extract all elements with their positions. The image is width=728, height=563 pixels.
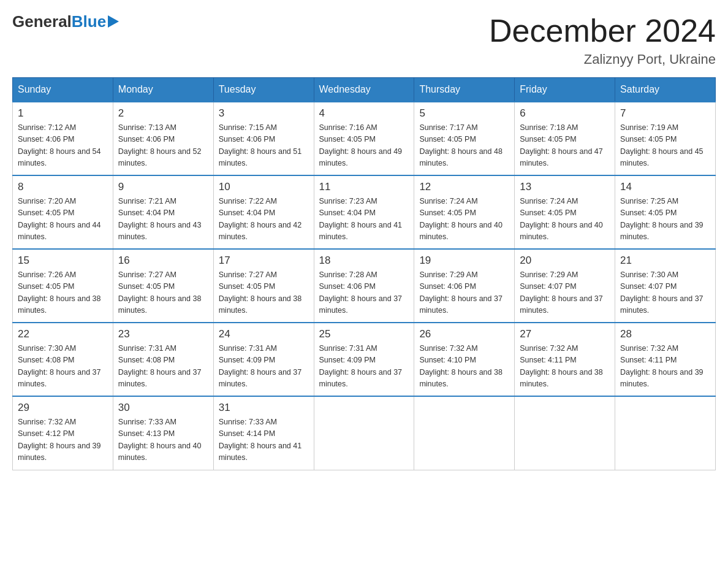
day-number: 23 bbox=[118, 328, 208, 340]
day-info: Sunrise: 7:15 AMSunset: 4:06 PMDaylight:… bbox=[219, 122, 309, 170]
day-number: 4 bbox=[319, 107, 409, 120]
day-info: Sunrise: 7:30 AMSunset: 4:07 PMDaylight:… bbox=[620, 269, 710, 317]
header-wednesday: Wednesday bbox=[314, 78, 414, 102]
day-info: Sunrise: 7:32 AMSunset: 4:12 PMDaylight:… bbox=[18, 416, 108, 464]
day-info: Sunrise: 7:12 AMSunset: 4:06 PMDaylight:… bbox=[18, 122, 108, 170]
day-number: 7 bbox=[620, 107, 710, 120]
logo-blue-text: Blue bbox=[72, 12, 106, 31]
table-row: 29Sunrise: 7:32 AMSunset: 4:12 PMDayligh… bbox=[13, 396, 113, 470]
table-row: 24Sunrise: 7:31 AMSunset: 4:09 PMDayligh… bbox=[213, 323, 314, 396]
day-number: 21 bbox=[620, 255, 710, 267]
table-row bbox=[314, 396, 414, 470]
day-number: 31 bbox=[219, 402, 309, 414]
table-row: 8Sunrise: 7:20 AMSunset: 4:05 PMDaylight… bbox=[13, 175, 113, 249]
day-info: Sunrise: 7:19 AMSunset: 4:05 PMDaylight:… bbox=[620, 122, 710, 170]
day-number: 29 bbox=[18, 402, 108, 414]
day-info: Sunrise: 7:27 AMSunset: 4:05 PMDaylight:… bbox=[219, 269, 309, 317]
day-info: Sunrise: 7:27 AMSunset: 4:05 PMDaylight:… bbox=[118, 269, 208, 317]
day-number: 12 bbox=[419, 181, 509, 193]
calendar-week-row: 29Sunrise: 7:32 AMSunset: 4:12 PMDayligh… bbox=[13, 396, 716, 470]
calendar-week-row: 15Sunrise: 7:26 AMSunset: 4:05 PMDayligh… bbox=[13, 249, 716, 323]
table-row: 31Sunrise: 7:33 AMSunset: 4:14 PMDayligh… bbox=[213, 396, 314, 470]
logo-blue-part: Blue bbox=[72, 12, 119, 31]
day-number: 5 bbox=[419, 107, 509, 120]
day-number: 28 bbox=[620, 328, 710, 340]
header-tuesday: Tuesday bbox=[213, 78, 314, 102]
table-row: 17Sunrise: 7:27 AMSunset: 4:05 PMDayligh… bbox=[213, 249, 314, 323]
table-row: 21Sunrise: 7:30 AMSunset: 4:07 PMDayligh… bbox=[615, 249, 716, 323]
table-row: 13Sunrise: 7:24 AMSunset: 4:05 PMDayligh… bbox=[515, 175, 615, 249]
day-info: Sunrise: 7:13 AMSunset: 4:06 PMDaylight:… bbox=[118, 122, 208, 170]
day-info: Sunrise: 7:29 AMSunset: 4:06 PMDaylight:… bbox=[419, 269, 509, 317]
table-row: 12Sunrise: 7:24 AMSunset: 4:05 PMDayligh… bbox=[414, 175, 515, 249]
day-number: 2 bbox=[118, 107, 208, 120]
day-number: 16 bbox=[118, 255, 208, 267]
day-info: Sunrise: 7:32 AMSunset: 4:10 PMDaylight:… bbox=[419, 343, 509, 391]
table-row: 11Sunrise: 7:23 AMSunset: 4:04 PMDayligh… bbox=[314, 175, 414, 249]
table-row: 30Sunrise: 7:33 AMSunset: 4:13 PMDayligh… bbox=[113, 396, 213, 470]
day-number: 27 bbox=[520, 328, 610, 340]
day-info: Sunrise: 7:29 AMSunset: 4:07 PMDaylight:… bbox=[520, 269, 610, 317]
day-number: 24 bbox=[219, 328, 309, 340]
calendar-week-row: 1Sunrise: 7:12 AMSunset: 4:06 PMDaylight… bbox=[13, 102, 716, 175]
table-row: 15Sunrise: 7:26 AMSunset: 4:05 PMDayligh… bbox=[13, 249, 113, 323]
table-row: 2Sunrise: 7:13 AMSunset: 4:06 PMDaylight… bbox=[113, 102, 213, 175]
logo-general-text: General bbox=[12, 12, 72, 31]
table-row: 6Sunrise: 7:18 AMSunset: 4:05 PMDaylight… bbox=[515, 102, 615, 175]
calendar-week-row: 22Sunrise: 7:30 AMSunset: 4:08 PMDayligh… bbox=[13, 323, 716, 396]
day-info: Sunrise: 7:18 AMSunset: 4:05 PMDaylight:… bbox=[520, 122, 610, 170]
table-row: 10Sunrise: 7:22 AMSunset: 4:04 PMDayligh… bbox=[213, 175, 314, 249]
day-info: Sunrise: 7:28 AMSunset: 4:06 PMDaylight:… bbox=[319, 269, 409, 317]
table-row: 18Sunrise: 7:28 AMSunset: 4:06 PMDayligh… bbox=[314, 249, 414, 323]
day-info: Sunrise: 7:24 AMSunset: 4:05 PMDaylight:… bbox=[520, 196, 610, 243]
day-number: 17 bbox=[219, 255, 309, 267]
day-number: 20 bbox=[520, 255, 610, 267]
day-info: Sunrise: 7:30 AMSunset: 4:08 PMDaylight:… bbox=[18, 343, 108, 391]
day-info: Sunrise: 7:20 AMSunset: 4:05 PMDaylight:… bbox=[18, 196, 108, 243]
day-info: Sunrise: 7:22 AMSunset: 4:04 PMDaylight:… bbox=[219, 196, 309, 243]
table-row: 25Sunrise: 7:31 AMSunset: 4:09 PMDayligh… bbox=[314, 323, 414, 396]
header-saturday: Saturday bbox=[615, 78, 716, 102]
table-row: 3Sunrise: 7:15 AMSunset: 4:06 PMDaylight… bbox=[213, 102, 314, 175]
day-number: 6 bbox=[520, 107, 610, 120]
header-thursday: Thursday bbox=[414, 78, 515, 102]
calendar-table: Sunday Monday Tuesday Wednesday Thursday… bbox=[12, 77, 716, 470]
day-info: Sunrise: 7:31 AMSunset: 4:09 PMDaylight:… bbox=[319, 343, 409, 391]
day-info: Sunrise: 7:32 AMSunset: 4:11 PMDaylight:… bbox=[520, 343, 610, 391]
month-title: December 2024 bbox=[489, 12, 716, 49]
day-number: 9 bbox=[118, 181, 208, 193]
table-row: 26Sunrise: 7:32 AMSunset: 4:10 PMDayligh… bbox=[414, 323, 515, 396]
table-row: 19Sunrise: 7:29 AMSunset: 4:06 PMDayligh… bbox=[414, 249, 515, 323]
table-row: 27Sunrise: 7:32 AMSunset: 4:11 PMDayligh… bbox=[515, 323, 615, 396]
title-area: December 2024 Zaliznyy Port, Ukraine bbox=[489, 12, 716, 67]
header-monday: Monday bbox=[113, 78, 213, 102]
table-row: 20Sunrise: 7:29 AMSunset: 4:07 PMDayligh… bbox=[515, 249, 615, 323]
logo-arrow-icon bbox=[108, 15, 119, 28]
day-number: 18 bbox=[319, 255, 409, 267]
location-subtitle: Zaliznyy Port, Ukraine bbox=[489, 52, 716, 67]
day-number: 11 bbox=[319, 181, 409, 193]
day-info: Sunrise: 7:25 AMSunset: 4:05 PMDaylight:… bbox=[620, 196, 710, 243]
table-row: 14Sunrise: 7:25 AMSunset: 4:05 PMDayligh… bbox=[615, 175, 716, 249]
day-info: Sunrise: 7:33 AMSunset: 4:14 PMDaylight:… bbox=[219, 416, 309, 464]
day-number: 14 bbox=[620, 181, 710, 193]
calendar-header-row: Sunday Monday Tuesday Wednesday Thursday… bbox=[13, 78, 716, 102]
table-row bbox=[615, 396, 716, 470]
table-row: 7Sunrise: 7:19 AMSunset: 4:05 PMDaylight… bbox=[615, 102, 716, 175]
table-row: 1Sunrise: 7:12 AMSunset: 4:06 PMDaylight… bbox=[13, 102, 113, 175]
day-number: 3 bbox=[219, 107, 309, 120]
day-number: 22 bbox=[18, 328, 108, 340]
day-info: Sunrise: 7:26 AMSunset: 4:05 PMDaylight:… bbox=[18, 269, 108, 317]
day-number: 30 bbox=[118, 402, 208, 414]
header-sunday: Sunday bbox=[13, 78, 113, 102]
day-info: Sunrise: 7:16 AMSunset: 4:05 PMDaylight:… bbox=[319, 122, 409, 170]
day-info: Sunrise: 7:32 AMSunset: 4:11 PMDaylight:… bbox=[620, 343, 710, 391]
day-info: Sunrise: 7:33 AMSunset: 4:13 PMDaylight:… bbox=[118, 416, 208, 464]
table-row: 22Sunrise: 7:30 AMSunset: 4:08 PMDayligh… bbox=[13, 323, 113, 396]
table-row: 5Sunrise: 7:17 AMSunset: 4:05 PMDaylight… bbox=[414, 102, 515, 175]
day-number: 19 bbox=[419, 255, 509, 267]
svg-marker-0 bbox=[108, 15, 119, 28]
table-row bbox=[515, 396, 615, 470]
day-number: 1 bbox=[18, 107, 108, 120]
day-number: 13 bbox=[520, 181, 610, 193]
